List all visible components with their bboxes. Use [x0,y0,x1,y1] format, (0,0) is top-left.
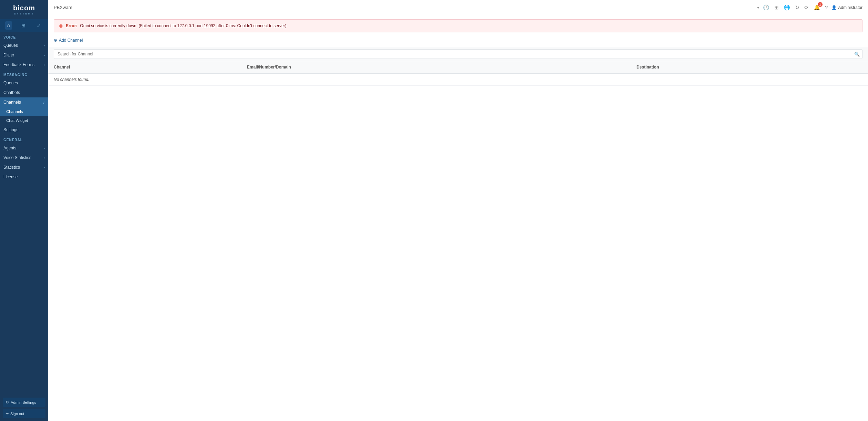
topbar-left: PBXware [54,5,72,10]
no-channels-message: No channels found. [48,73,868,86]
topbar-title: PBXware [54,5,72,10]
chevron-icon: › [44,156,45,160]
col-email: Email/Number/Domain [241,61,631,73]
sidebar-item-voice-statistics[interactable]: Voice Statistics › [0,153,48,162]
grid-icon[interactable]: ⊞ [773,3,780,12]
search-bar-row: 🔍 [48,47,868,61]
section-general-label: GENERAL [0,135,48,143]
refresh-icon[interactable]: ↻ [794,3,800,12]
admin-settings-button[interactable]: ⚙ Admin Settings [3,398,45,407]
chevron-icon: › [44,63,45,67]
sidebar-item-agents[interactable]: Agents › [0,143,48,153]
notification-wrapper[interactable]: 🔔 1 [813,3,821,12]
error-banner: ⊗ Error: Omni service is currently down.… [54,19,862,32]
logo-text: bicom [13,4,35,12]
chevron-icon: › [44,44,45,48]
sidebar-icon-bar: ⌂ ⊞ ⤢ [0,19,48,32]
sidebar-item-feedback-forms[interactable]: Feedback Forms › [0,60,48,70]
search-input[interactable] [54,49,862,59]
user-icon: 👤 [831,5,837,10]
gear-icon: ⚙ [6,400,9,404]
search-icon: 🔍 [854,52,860,57]
chevron-icon: › [44,53,45,57]
home-icon[interactable]: ⌂ [5,21,12,30]
notification-count: 1 [818,2,823,7]
signout-icon: ↪ [6,411,9,416]
sidebar-item-statistics[interactable]: Statistics › [0,162,48,172]
sidebar-bottom: ⚙ Admin Settings ↪ Sign out [0,395,48,421]
sign-out-button[interactable]: ↪ Sign out [3,409,45,418]
sidebar-item-dialer[interactable]: Dialer › [0,50,48,60]
col-destination: Destination [631,61,868,73]
add-channel-row: ⊕ Add Channel [48,35,868,47]
sidebar-item-queues-voice[interactable]: Queues › [0,41,48,50]
error-message: Omni service is currently down. (Failed … [80,23,286,28]
section-voice-label: VOICE [0,32,48,41]
sidebar: bicom SYSTEMS ⌂ ⊞ ⤢ VOICE Queues › Diale… [0,0,48,421]
logo-sub: SYSTEMS [13,12,35,15]
sidebar-item-channels[interactable]: Channels [0,107,48,116]
globe-icon[interactable]: 🌐 [783,3,791,12]
topbar-right: ▾ 🕐 ⊞ 🌐 ↻ ⟳ 🔔 1 ? 👤 Administrator [757,3,862,12]
plus-icon: ⊕ [54,38,57,43]
help-icon[interactable]: ? [824,3,829,11]
puzzle-icon[interactable]: ⊞ [19,21,28,30]
chevron-icon: › [44,146,45,150]
topbar-dropdown[interactable]: ▾ [757,5,759,10]
main-area: PBXware ▾ 🕐 ⊞ 🌐 ↻ ⟳ 🔔 1 ? 👤 Administrato… [48,0,868,421]
admin-label: 👤 Administrator [831,5,862,10]
error-circle-icon: ⊗ [59,23,63,29]
clock-icon[interactable]: 🕐 [762,3,771,12]
col-channel: Channel [48,61,241,73]
logo: bicom SYSTEMS [0,0,48,19]
sidebar-item-queues-messaging[interactable]: Queues [0,78,48,88]
sidebar-item-chat-widget[interactable]: Chat Widget [0,116,48,125]
refresh2-icon[interactable]: ⟳ [803,3,810,12]
sidebar-item-chatbots[interactable]: Chatbots [0,88,48,97]
share-icon[interactable]: ⤢ [35,21,43,30]
table-header: Channel Email/Number/Domain Destination [48,61,868,73]
error-label: Error: [66,23,77,28]
sidebar-item-license[interactable]: License [0,172,48,182]
search-wrapper: 🔍 [54,49,862,59]
chevron-icon: › [44,166,45,169]
section-messaging-label: MESSAGING [0,70,48,78]
table-body: No channels found. [48,73,868,86]
sidebar-item-settings[interactable]: Settings [0,125,48,135]
chevron-icon: ∨ [42,101,45,104]
add-channel-button[interactable]: ⊕ Add Channel [54,38,83,43]
table-row-empty: No channels found. [48,73,868,86]
sidebar-item-channels-parent[interactable]: Channels ∨ [0,97,48,107]
topbar: PBXware ▾ 🕐 ⊞ 🌐 ↻ ⟳ 🔔 1 ? 👤 Administrato… [48,0,868,15]
content-area: ⊗ Error: Omni service is currently down.… [48,15,868,421]
channels-table: Channel Email/Number/Domain Destination … [48,61,868,86]
